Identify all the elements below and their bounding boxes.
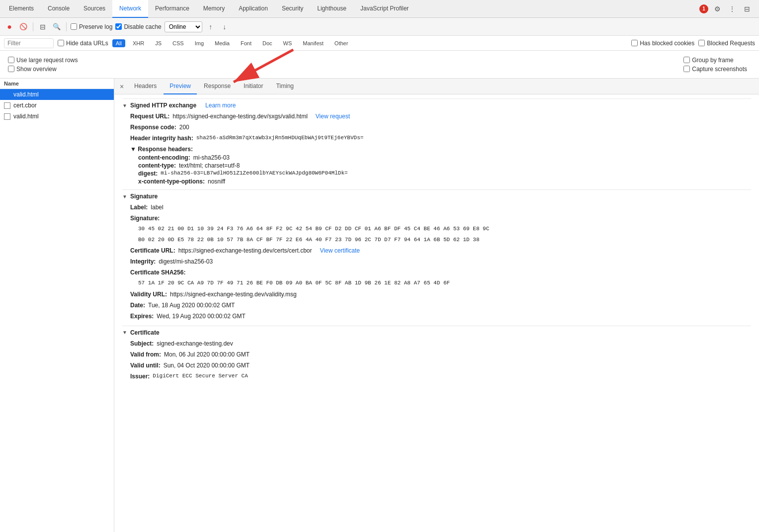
- hide-data-urls-label: Hide data URLs: [66, 40, 108, 47]
- resp-header-key-3: x-content-type-options:: [138, 178, 205, 185]
- signature-section: ▼ Signature Label: label Signature: 30 4…: [122, 189, 751, 322]
- large-rows-checkbox[interactable]: Use large request rows: [8, 57, 78, 64]
- filter-chip-img[interactable]: Img: [191, 39, 207, 47]
- cert-subject-row: Subject: signed-exchange-testing.dev: [122, 338, 751, 349]
- options-row: Use large request rows Show overview Gro…: [0, 51, 759, 79]
- filter-chip-css[interactable]: CSS: [169, 39, 187, 47]
- filter-chip-media[interactable]: Media: [211, 39, 233, 47]
- more-icon[interactable]: ⋮: [726, 3, 738, 15]
- sig-hex-1: 30 45 02 21 00 D1 10 39 24 F3 76 A6 64 8…: [122, 224, 751, 235]
- filter-input[interactable]: [4, 38, 54, 48]
- sig-cert-url-label: Certificate URL:: [130, 246, 175, 255]
- resp-header-key-2: digest:: [138, 170, 158, 177]
- hide-data-urls-checkbox[interactable]: Hide data URLs: [58, 40, 108, 47]
- collapse-response-headers-icon[interactable]: ▼: [130, 146, 136, 153]
- view-request-link[interactable]: View request: [316, 112, 350, 121]
- preserve-log-input[interactable]: [71, 23, 77, 30]
- main-layout: Name valid.html cert.cbor valid.html × H…: [0, 79, 759, 532]
- hide-data-urls-input[interactable]: [58, 40, 64, 46]
- file-checkbox-1: [4, 102, 10, 109]
- filter-chip-xhr[interactable]: XHR: [129, 39, 148, 47]
- sub-tab-preview[interactable]: Preview: [164, 79, 197, 94]
- cert-subject-label: Subject:: [130, 339, 154, 348]
- throttle-select[interactable]: Online Fast 3G Slow 3G Offline: [165, 21, 202, 32]
- show-overview-input[interactable]: [8, 66, 14, 72]
- resp-header-1: content-type: text/html; charset=utf-8: [130, 162, 751, 170]
- tab-security[interactable]: Security: [275, 0, 310, 18]
- record-button[interactable]: ●: [4, 21, 15, 32]
- preserve-log-checkbox[interactable]: Preserve log: [71, 23, 112, 30]
- sub-tab-initiator[interactable]: Initiator: [238, 79, 269, 94]
- clear-button[interactable]: 🚫: [18, 21, 29, 32]
- sig-integrity-value: digest/mi-sha256-03: [159, 257, 213, 266]
- filter-chip-other[interactable]: Other: [331, 39, 352, 47]
- tab-console[interactable]: Console: [41, 0, 77, 18]
- cert-valid-from-label: Valid from:: [130, 350, 161, 359]
- has-blocked-cookies-input[interactable]: [631, 40, 638, 46]
- filter-chip-font[interactable]: Font: [237, 39, 255, 47]
- show-overview-checkbox[interactable]: Show overview: [8, 66, 78, 73]
- signed-http-exchange-title: Signed HTTP exchange: [130, 102, 196, 109]
- group-by-frame-input[interactable]: [683, 57, 690, 63]
- certificate-title: Certificate: [130, 329, 160, 336]
- tab-application[interactable]: Application: [232, 0, 275, 18]
- filter-chip-ws[interactable]: WS: [280, 39, 296, 47]
- group-by-frame-checkbox[interactable]: Group by frame: [683, 57, 747, 64]
- tab-performance[interactable]: Performance: [148, 0, 196, 18]
- resp-header-val-0: mi-sha256-03: [193, 154, 230, 161]
- filter-chip-js[interactable]: JS: [152, 39, 165, 47]
- sig-label-label: Label:: [130, 203, 148, 212]
- has-blocked-cookies-checkbox[interactable]: Has blocked cookies: [631, 40, 694, 47]
- filter-chip-all[interactable]: All: [112, 39, 125, 47]
- filter-chip-manifest[interactable]: Manifest: [299, 39, 327, 47]
- tab-network[interactable]: Network: [112, 0, 148, 18]
- filter-icon[interactable]: ⊟: [37, 21, 48, 32]
- file-item-1[interactable]: cert.cbor: [0, 100, 114, 111]
- view-certificate-link[interactable]: View certificate: [320, 246, 360, 255]
- export-icon[interactable]: ↓: [219, 21, 230, 32]
- tab-memory[interactable]: Memory: [196, 0, 232, 18]
- sub-tab-response[interactable]: Response: [198, 79, 237, 94]
- blocked-requests-input[interactable]: [698, 40, 705, 46]
- collapse-signature-icon[interactable]: ▼: [122, 194, 127, 199]
- settings-icon[interactable]: ⚙: [711, 3, 723, 15]
- tab-sources[interactable]: Sources: [77, 0, 112, 18]
- large-rows-input[interactable]: [8, 57, 14, 63]
- preserve-log-label: Preserve log: [79, 23, 112, 30]
- cert-subject-value: signed-exchange-testing.dev: [157, 339, 233, 348]
- sub-tab-headers[interactable]: Headers: [128, 79, 163, 94]
- tab-lighthouse[interactable]: Lighthouse: [310, 0, 353, 18]
- sig-validity-url-row: Validity URL: https://signed-exchange-te…: [122, 289, 751, 300]
- capture-screenshots-checkbox[interactable]: Capture screenshots: [683, 66, 747, 73]
- disable-cache-checkbox[interactable]: Disable cache: [115, 23, 161, 30]
- disable-cache-input[interactable]: [115, 23, 122, 30]
- sig-cert-sha256-row: Certificate SHA256:: [122, 267, 751, 278]
- search-icon[interactable]: 🔍: [51, 21, 62, 32]
- sub-tab-timing[interactable]: Timing: [270, 79, 300, 94]
- has-blocked-cookies-label: Has blocked cookies: [640, 40, 694, 47]
- sig-expires-row: Expires: Wed, 19 Aug 2020 00:00:02 GMT: [122, 311, 751, 322]
- sig-integrity-label: Integrity:: [130, 257, 156, 266]
- close-panel-button[interactable]: ×: [116, 81, 127, 92]
- dock-icon[interactable]: ⊟: [741, 3, 753, 15]
- cert-issuer-row: Issuer: DigiCert ECC Secure Server CA: [122, 371, 751, 382]
- file-item-0[interactable]: valid.html: [0, 89, 114, 100]
- learn-more-link[interactable]: Learn more: [205, 102, 236, 109]
- sig-expires-value: Wed, 19 Aug 2020 00:00:02 GMT: [157, 312, 246, 321]
- import-icon[interactable]: ↑: [205, 21, 216, 32]
- resp-header-val-3: nosniff: [208, 178, 225, 185]
- sig-cert-url-row: Certificate URL: https://signed-exchange…: [122, 245, 751, 256]
- collapse-certificate-icon[interactable]: ▼: [122, 330, 127, 335]
- collapse-signed-icon[interactable]: ▼: [122, 103, 127, 108]
- tab-elements[interactable]: Elements: [2, 0, 41, 18]
- filter-chip-doc[interactable]: Doc: [259, 39, 276, 47]
- file-item-2[interactable]: valid.html: [0, 111, 114, 122]
- cert-valid-until-value: Sun, 04 Oct 2020 00:00:00 GMT: [164, 361, 250, 370]
- signature-header: ▼ Signature: [122, 189, 751, 202]
- blocked-requests-checkbox[interactable]: Blocked Requests: [698, 40, 755, 47]
- tab-js-profiler[interactable]: JavaScript Profiler: [353, 0, 416, 18]
- sig-sig-label: Signature:: [130, 214, 160, 223]
- certificate-header: ▼ Certificate: [122, 326, 751, 338]
- sig-validity-url-value: https://signed-exchange-testing.dev/vali…: [170, 290, 297, 299]
- capture-screenshots-input[interactable]: [683, 66, 690, 72]
